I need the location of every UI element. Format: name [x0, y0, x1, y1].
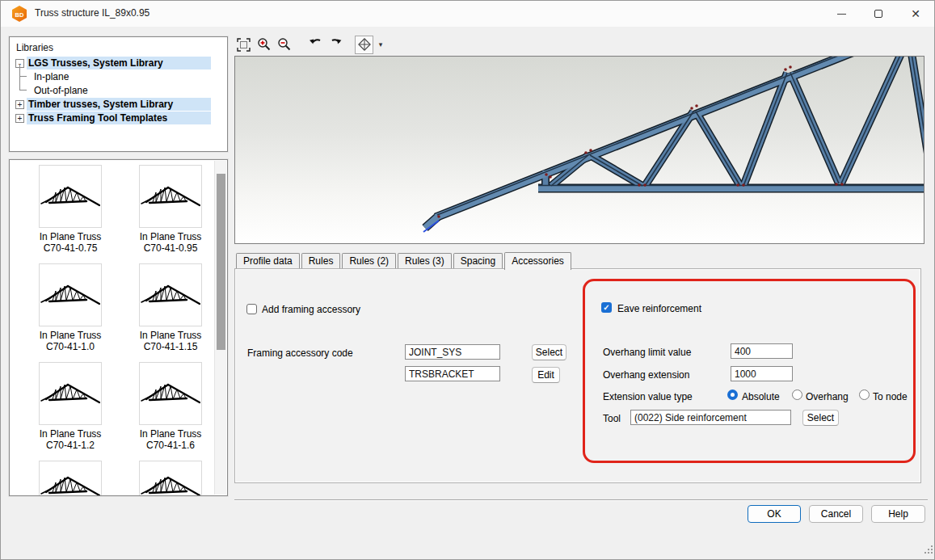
truss-thumbnail: [39, 362, 102, 425]
extension-value-type-label: Extension value type: [603, 391, 693, 402]
tool-input[interactable]: [630, 410, 791, 425]
catalog-item-code[interactable]: C70-41-1.2: [26, 440, 115, 451]
tree-item-label[interactable]: Truss Framing Tool Templates: [27, 112, 211, 124]
framing-accessory-select-button[interactable]: Select: [532, 344, 566, 360]
tool-label: Tool: [603, 413, 621, 424]
cancel-button[interactable]: Cancel: [809, 505, 863, 523]
pan-mode-icon: [358, 38, 371, 51]
maximize-button[interactable]: [860, 1, 897, 26]
truss-thumbnail: [39, 165, 102, 228]
catalog-item[interactable]: In Plane Truss C70-41-1.2: [26, 362, 115, 451]
overhang-limit-label: Overhang limit value: [603, 347, 691, 358]
zoom-out-icon: [277, 37, 292, 52]
toolbar-dropdown-caret[interactable]: ▾: [375, 40, 386, 48]
pan-mode-button[interactable]: [355, 36, 373, 54]
tab-rules-3[interactable]: Rules (3): [398, 253, 452, 268]
eave-reinforcement-label: Eave reinforcement: [617, 303, 701, 314]
catalog-item[interactable]: In Plane Truss C70-41-1.15: [126, 263, 215, 352]
scrollbar-thumb[interactable]: [217, 174, 225, 350]
rotate-right-button[interactable]: [326, 36, 345, 54]
add-framing-accessory-label: Add framing accessory: [262, 304, 360, 315]
catalog-item[interactable]: In Plane Truss C70-41-1.0: [26, 263, 115, 352]
help-button[interactable]: Help: [871, 505, 925, 523]
expand-icon[interactable]: +: [15, 100, 24, 109]
eave-reinforcement-checkbox[interactable]: ✓: [601, 302, 612, 313]
tree-item-label[interactable]: LGS Trusses, System Library: [27, 57, 211, 69]
dialog-window: BD Truss structure IL_89x0.95 ✕ Librarie…: [0, 0, 935, 560]
tab-profile-data[interactable]: Profile data: [236, 253, 300, 268]
tab-spacing[interactable]: Spacing: [453, 253, 503, 268]
radio-overhang-label[interactable]: Overhang: [806, 391, 849, 402]
tree-item-label[interactable]: Timber trusses, System Library: [27, 98, 211, 111]
zoom-in-button[interactable]: [255, 36, 273, 54]
catalog-scrollbar[interactable]: [214, 161, 226, 495]
catalog-item-name[interactable]: In Plane Truss: [26, 428, 115, 440]
catalog-item[interactable]: In Plane Truss C70-41-0.75: [26, 165, 115, 254]
radio-to-node[interactable]: [859, 389, 870, 400]
tree-item-label[interactable]: In-plane: [34, 70, 69, 83]
catalog-item[interactable]: In Plane Truss C70-41-0.95: [126, 165, 215, 254]
truss-thumbnail: [39, 461, 102, 496]
zoom-out-button[interactable]: [275, 36, 293, 54]
tab-rules-2[interactable]: Rules (2): [342, 253, 396, 268]
truss-thumbnail: [139, 362, 202, 425]
maximize-icon: [874, 10, 882, 18]
framing-accessory-edit-button[interactable]: Edit: [532, 367, 560, 383]
catalog-item-code[interactable]: C70-41-1.6: [126, 440, 215, 451]
overhang-limit-input[interactable]: [731, 343, 793, 359]
truss-thumbnail: [39, 263, 102, 326]
catalog-item[interactable]: [126, 461, 215, 496]
fit-view-icon: [237, 38, 251, 52]
catalog-item-code[interactable]: C70-41-1.15: [126, 341, 215, 352]
accessories-tab-page: Add framing accessory Framing accessory …: [234, 268, 921, 483]
ok-button[interactable]: OK: [748, 505, 801, 523]
footer-separator: [234, 499, 928, 501]
truss-catalog-panel: In Plane Truss C70-41-0.75 In Plane Trus…: [9, 159, 228, 496]
catalog-item-name[interactable]: In Plane Truss: [26, 330, 115, 341]
overhang-extension-label: Overhang extension: [603, 369, 689, 381]
fit-view-button[interactable]: [234, 36, 253, 54]
rotate-right-icon: [329, 37, 343, 52]
framing-accessory-code-input-1[interactable]: [405, 344, 500, 360]
framing-accessory-code-label: Framing accessory code: [247, 347, 353, 359]
app-logo-icon: BD: [11, 6, 27, 22]
libraries-header: Libraries: [16, 42, 53, 53]
zoom-in-icon: [257, 37, 272, 52]
tree-item-timber-trusses[interactable]: + Timber trusses, System Library: [10, 98, 227, 112]
expand-icon[interactable]: +: [15, 114, 24, 123]
viewport-toolbar: ▾: [234, 34, 386, 55]
truss-3d-view[interactable]: [234, 56, 924, 244]
catalog-item-name[interactable]: In Plane Truss: [126, 330, 215, 341]
catalog-item-name[interactable]: In Plane Truss: [126, 231, 215, 242]
catalog-item[interactable]: [26, 461, 115, 496]
tree-item-out-of-plane[interactable]: Out-of-plane: [10, 84, 227, 98]
radio-absolute-label[interactable]: Absolute: [742, 391, 780, 402]
tool-select-button[interactable]: Select: [802, 410, 839, 426]
catalog-item-code[interactable]: C70-41-0.75: [26, 242, 115, 254]
minimize-button[interactable]: [823, 1, 860, 26]
rotate-left-button[interactable]: [306, 36, 325, 54]
tree-item-truss-framing-templates[interactable]: + Truss Framing Tool Templates: [10, 112, 227, 125]
truss-3d-drawing: [235, 57, 924, 244]
catalog-item[interactable]: In Plane Truss C70-41-1.6: [126, 362, 215, 451]
tree-item-in-plane[interactable]: In-plane: [10, 70, 227, 84]
radio-overhang[interactable]: [792, 389, 802, 400]
catalog-item-name[interactable]: In Plane Truss: [126, 428, 215, 440]
tree-item-lgs-trusses[interactable]: - LGS Trusses, System Library: [10, 57, 227, 70]
tab-strip: Profile data Rules Rules (2) Rules (3) S…: [236, 252, 573, 268]
tab-accessories[interactable]: Accessories: [504, 252, 571, 270]
radio-absolute[interactable]: [727, 389, 738, 400]
add-framing-accessory-checkbox[interactable]: [246, 304, 257, 314]
tree-item-label[interactable]: Out-of-plane: [34, 84, 88, 97]
tab-rules[interactable]: Rules: [301, 253, 341, 268]
overhang-extension-input[interactable]: [731, 366, 793, 381]
catalog-item-code[interactable]: C70-41-0.95: [126, 242, 215, 254]
catalog-item-code[interactable]: C70-41-1.0: [26, 341, 115, 352]
svg-text:BD: BD: [15, 11, 24, 19]
resize-grip[interactable]: [924, 545, 933, 554]
framing-accessory-code-input-2[interactable]: [405, 366, 500, 381]
close-button[interactable]: ✕: [897, 1, 934, 26]
catalog-item-name[interactable]: In Plane Truss: [26, 231, 115, 242]
minimize-icon: [837, 14, 846, 15]
radio-to-node-label[interactable]: To node: [873, 391, 908, 402]
